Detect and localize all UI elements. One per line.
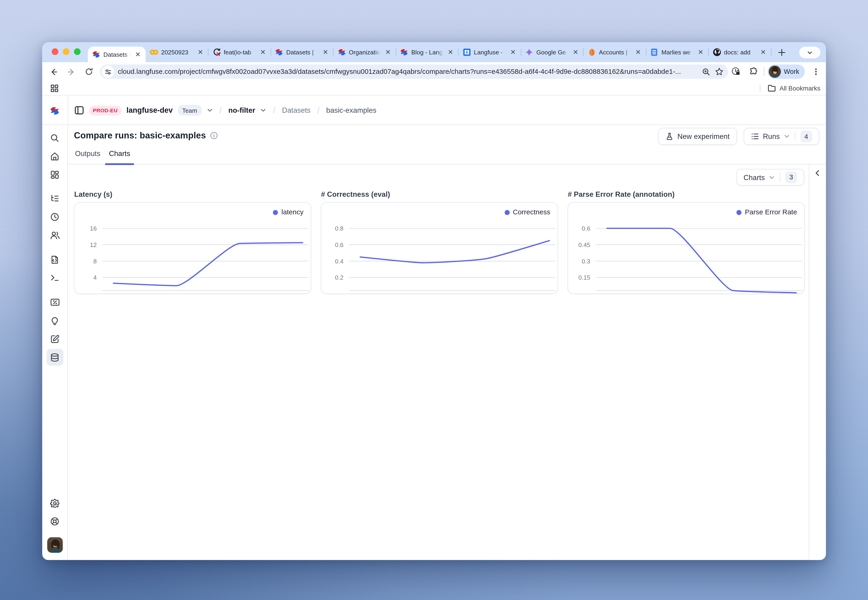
minimize-window-button[interactable]	[63, 48, 70, 55]
back-icon	[49, 67, 58, 76]
breadcrumb-separator: /	[272, 106, 277, 115]
bookmarks-divider	[760, 84, 760, 92]
browser-tab-1[interactable]: Datasets | l✕	[88, 47, 146, 62]
svg-text:0.2: 0.2	[335, 274, 344, 281]
browser-tab-3[interactable]: feat(io-tab✕	[208, 42, 271, 62]
maximize-window-button[interactable]	[74, 48, 80, 55]
project-switch-chevron-icon[interactable]	[260, 107, 266, 113]
sidebar-item-evaluation[interactable]	[46, 294, 63, 311]
site-info-button[interactable]	[102, 65, 114, 78]
browser-tab-7[interactable]: 6Langfuse -✕	[458, 42, 521, 62]
info-icon[interactable]	[210, 132, 218, 139]
close-tab-icon[interactable]: ✕	[196, 48, 204, 56]
langfuse-logo	[50, 106, 60, 116]
sidebar-item-users[interactable]	[46, 227, 63, 243]
sidebar-item-dashboards[interactable]	[46, 166, 63, 183]
apps-shortcut-button[interactable]	[48, 82, 61, 95]
sidebar-item-settings[interactable]	[46, 494, 63, 511]
toolbar-right-icons: Work	[725, 62, 826, 81]
tab-title: Datasets |	[286, 49, 319, 56]
tab-strip: Datasets | l✕20250923✕feat(io-tab✕Datase…	[42, 42, 826, 62]
close-tab-icon[interactable]: ✕	[572, 48, 580, 56]
back-button[interactable]	[47, 65, 60, 79]
tab-title: feat(io-tab	[224, 49, 256, 56]
browser-tab-2[interactable]: 20250923✕	[146, 42, 208, 62]
main-area: Compare runs: basic-examples New experim…	[68, 125, 826, 560]
charts-label: Charts	[744, 173, 765, 182]
breadcrumb-datasets[interactable]: Datasets	[282, 106, 311, 114]
plus-icon	[778, 48, 786, 56]
sidebar-item-sessions[interactable]	[46, 208, 63, 225]
breadcrumb-dataset-name[interactable]: basic-examples	[326, 106, 376, 114]
close-tab-icon[interactable]: ✕	[634, 48, 642, 56]
reload-button[interactable]	[82, 65, 96, 79]
sidebar-item-annotation[interactable]	[46, 330, 63, 347]
svg-text:4: 4	[93, 274, 97, 281]
app-header: PROD-EU langfuse-dev Team / no-filter / …	[42, 96, 826, 125]
forward-button[interactable]	[64, 65, 78, 79]
breadcrumb-separator: /	[218, 106, 223, 115]
password-manager-button[interactable]	[729, 65, 743, 79]
sidebar-item-datasets[interactable]	[46, 349, 63, 365]
browser-tab-11[interactable]: docs: add✕	[709, 42, 771, 62]
panel-left-icon[interactable]	[74, 106, 84, 115]
close-tab-icon[interactable]: ✕	[384, 48, 392, 56]
browser-menu-button[interactable]	[809, 65, 822, 79]
close-tab-icon[interactable]: ✕	[134, 50, 142, 58]
browser-tab-9[interactable]: Accounts |✕	[583, 42, 646, 62]
tab-search-button[interactable]	[799, 47, 820, 58]
runs-selector-button[interactable]: Runs 4	[744, 128, 819, 145]
runs-label: Runs	[763, 132, 780, 141]
user-avatar[interactable]	[47, 537, 62, 553]
zoom-page-button[interactable]	[699, 68, 713, 76]
close-tab-icon[interactable]: ✕	[322, 48, 329, 56]
sidebar-item-tracing[interactable]	[46, 190, 63, 207]
sidebar-item-search[interactable]	[46, 129, 63, 146]
browser-tab-8[interactable]: Google Ge✕	[521, 42, 583, 62]
close-tab-icon[interactable]: ✕	[259, 48, 267, 56]
svg-text:12: 12	[90, 241, 97, 248]
bluedoc-favicon	[650, 48, 659, 56]
close-tab-icon[interactable]: ✕	[509, 48, 517, 56]
charts-count-badge: 3	[785, 171, 797, 183]
org-name[interactable]: langfuse-dev	[126, 106, 173, 114]
collapse-panel-button[interactable]	[814, 169, 821, 179]
close-tab-icon[interactable]: ✕	[697, 48, 704, 56]
browser-tab-5[interactable]: Organizatio✕	[333, 42, 396, 62]
close-tab-icon[interactable]: ✕	[446, 48, 454, 56]
line-chart: 0.80.60.40.2	[321, 203, 558, 294]
pr-failed-favicon	[212, 48, 221, 56]
sidebar-item-lightbulb[interactable]	[46, 312, 63, 329]
line-chart: 161284	[74, 203, 312, 294]
browser-tab-4[interactable]: Datasets |✕	[271, 42, 333, 62]
charts-selector-button[interactable]: Charts 3	[736, 169, 804, 186]
bookmark-page-button[interactable]	[713, 67, 726, 76]
project-name[interactable]: no-filter	[228, 106, 255, 114]
sidebar-item-support[interactable]	[46, 513, 63, 529]
all-bookmarks-button[interactable]: All Bookmarks	[760, 84, 821, 92]
tab-charts[interactable]: Charts	[109, 147, 130, 164]
close-tab-icon[interactable]: ✕	[759, 48, 767, 56]
sidebar-item-home[interactable]	[46, 148, 63, 164]
tab-separator	[771, 48, 771, 56]
svg-text:0.8: 0.8	[335, 225, 344, 232]
extensions-button[interactable]	[747, 65, 760, 79]
puzzle-icon	[749, 67, 759, 76]
charts-content: Charts 3 Latency (s)161284latency# Corre…	[68, 164, 809, 560]
close-window-button[interactable]	[52, 48, 58, 55]
address-bar[interactable]: cloud.langfuse.com/project/cmfwgv8fx002o…	[100, 64, 728, 79]
chevron-down-icon	[807, 50, 813, 55]
profile-chip[interactable]: Work	[768, 64, 805, 79]
gemini-favicon	[525, 48, 534, 56]
new-tab-button[interactable]	[773, 42, 786, 62]
legend-label: Correctness	[513, 208, 550, 216]
browser-tab-10[interactable]: Marlies we✕	[646, 42, 709, 62]
all-bookmarks-label: All Bookmarks	[780, 85, 820, 91]
sidebar-item-playground[interactable]	[46, 270, 63, 286]
new-experiment-button[interactable]: New experiment	[658, 128, 737, 145]
browser-tab-6[interactable]: Blog - Lang✕	[396, 42, 458, 62]
tab-outputs[interactable]: Outputs	[75, 147, 100, 164]
org-switch-chevron-icon[interactable]	[206, 107, 212, 113]
sidebar-item-prompts[interactable]	[46, 251, 63, 268]
avatar-image	[47, 537, 62, 553]
